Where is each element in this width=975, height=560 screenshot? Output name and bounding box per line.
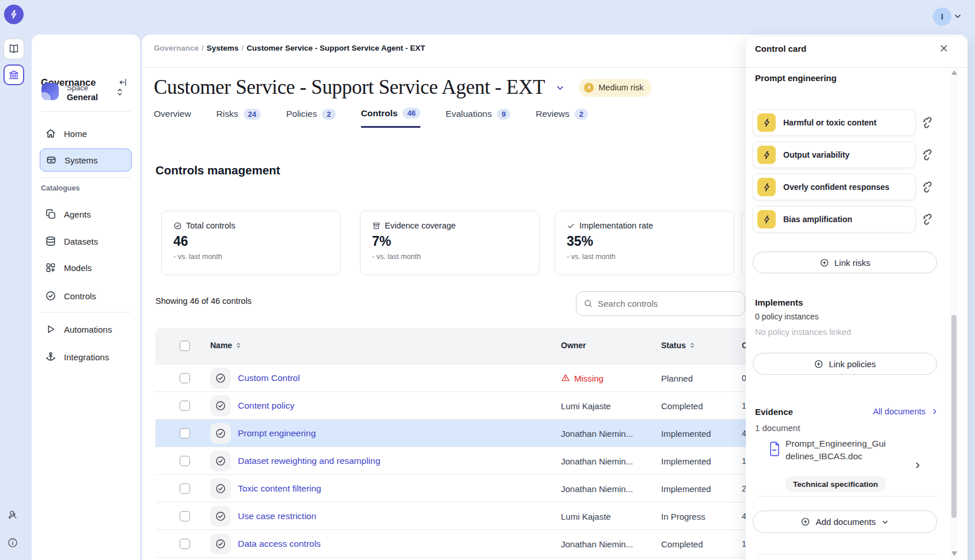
control-name-link[interactable]: Content policy (238, 401, 294, 411)
tab-overview[interactable]: Overview (154, 108, 191, 128)
tab-bar: Overview Risks24 Policies2 Controls46 Ev… (154, 108, 588, 128)
link-policies-button[interactable]: Link policies (753, 353, 937, 375)
owner-cell: Lumi Kajaste (561, 511, 611, 521)
space-switcher-icon[interactable] (115, 87, 124, 97)
governance-rail-button[interactable] (3, 64, 24, 85)
tab-controls[interactable]: Controls46 (361, 108, 420, 128)
collapse-sidebar-icon[interactable] (118, 77, 128, 87)
control-name-link[interactable]: Custom Control (238, 373, 300, 383)
divider (41, 177, 131, 178)
risk-bolt-icon (757, 113, 776, 132)
sidebar-item-automations[interactable]: Automations (40, 318, 132, 341)
implements-heading: Implements (755, 298, 803, 307)
owner-cell: Jonathan Niemin... (561, 483, 633, 493)
divider (746, 67, 968, 68)
unlink-icon[interactable] (921, 181, 934, 193)
select-all-checkbox[interactable] (180, 341, 190, 351)
column-header-name[interactable]: Name (210, 341, 242, 350)
account-menu-chevron-icon[interactable] (953, 12, 962, 21)
sidebar-item-agents[interactable]: Agents (40, 203, 132, 226)
page-title: Customer Service - Support Service Agent… (154, 76, 545, 99)
owner-missing: Missing (561, 373, 604, 383)
stat-sub: - vs. last month (567, 253, 722, 261)
control-name-link[interactable]: Prompt engineering (238, 428, 316, 439)
sidebar-item-label: Integrations (64, 352, 109, 362)
panel-scrollbar-thumb[interactable] (951, 315, 957, 518)
divider (41, 111, 131, 112)
systems-icon (45, 154, 57, 166)
stat-label: Implementation rate (579, 221, 653, 230)
column-header-status[interactable]: Status (661, 341, 696, 350)
search-controls-box[interactable] (576, 291, 745, 316)
sidebar-item-systems[interactable]: Systems (40, 148, 132, 172)
scroll-down-icon[interactable] (951, 551, 957, 556)
risk-chip[interactable]: Output variability (753, 142, 916, 168)
control-name-link[interactable]: Data access controls (238, 539, 321, 549)
space-label: Space (67, 83, 88, 92)
row-checkbox[interactable] (180, 428, 190, 439)
risk-bolt-icon (584, 83, 594, 93)
bank-icon (8, 69, 20, 81)
status-cell: Implemented (661, 483, 711, 493)
controls-icon (45, 290, 56, 302)
risk-badge[interactable]: Medium risk (579, 79, 651, 97)
column-header-owner[interactable]: Owner (561, 341, 586, 350)
control-type-icon (210, 423, 231, 444)
space-avatar (41, 83, 59, 100)
breadcrumb-root[interactable]: Governance (154, 44, 199, 52)
row-checkbox[interactable] (180, 539, 190, 549)
stat-card-evidence-coverage: Evidence coverage 7% - vs. last month (360, 211, 540, 275)
sidebar-item-label: Home (64, 129, 87, 139)
row-checkbox[interactable] (180, 373, 190, 383)
close-icon[interactable] (939, 43, 949, 54)
add-documents-button[interactable]: Add documents (753, 511, 937, 533)
warning-icon (561, 374, 570, 383)
avatar[interactable]: I (933, 7, 951, 26)
scroll-up-icon[interactable] (951, 70, 957, 75)
tab-risks[interactable]: Risks24 (217, 108, 261, 128)
risk-chip[interactable]: Bias amplification (753, 206, 916, 233)
link-risks-button[interactable]: Link risks (753, 252, 937, 273)
all-documents-link[interactable]: All documents (873, 407, 939, 416)
row-checkbox[interactable] (180, 483, 190, 494)
sidebar-item-datasets[interactable]: Datasets (40, 230, 132, 253)
row-checkbox[interactable] (180, 456, 190, 466)
section-heading: Controls management (155, 163, 280, 177)
tools-icon[interactable] (7, 509, 18, 520)
tab-reviews[interactable]: Reviews2 (536, 108, 588, 128)
unlink-icon[interactable] (921, 213, 934, 226)
unlink-icon[interactable] (921, 116, 934, 129)
risk-chip[interactable]: Overly confident responses (753, 174, 916, 200)
search-input[interactable] (598, 299, 738, 308)
sidebar-item-controls[interactable]: Controls (40, 284, 132, 307)
title-chevron-down-icon[interactable] (555, 83, 565, 93)
info-icon[interactable] (7, 537, 18, 548)
document-chevron-right-icon[interactable] (913, 461, 922, 470)
docs-rail-button[interactable] (3, 39, 24, 59)
home-icon (45, 128, 56, 139)
row-checkbox[interactable] (180, 511, 190, 521)
tab-evaluations[interactable]: Evaluations9 (446, 108, 510, 128)
sidebar-item-home[interactable]: Home (40, 122, 132, 145)
risk-chip[interactable]: Harmful or toxic content (753, 109, 916, 136)
control-name-link[interactable]: Use case restriction (238, 511, 316, 521)
owner-cell: Jonathan Niemin... (561, 428, 633, 438)
status-cell: Implemented (661, 428, 711, 438)
sidebar-item-models[interactable]: Models (40, 256, 132, 279)
breadcrumb-section[interactable]: Systems (207, 44, 239, 52)
control-name-link[interactable]: Dataset reweighting and resampling (238, 456, 380, 466)
catalogues-section-label: Catalogues (41, 184, 79, 192)
agents-icon (45, 208, 56, 220)
unlink-icon[interactable] (921, 148, 934, 161)
sidebar-item-integrations[interactable]: Integrations (40, 345, 132, 368)
chevron-right-icon (931, 407, 939, 416)
row-checkbox[interactable] (180, 401, 190, 411)
sidebar-item-label: Controls (64, 291, 96, 301)
control-name-link[interactable]: Toxic content filtering (238, 483, 321, 494)
stat-value: 35% (567, 234, 722, 249)
app-logo[interactable] (4, 5, 24, 24)
document-name[interactable]: Prompt_Engineering_Guidelines_IBCAS.doc (786, 437, 909, 463)
search-icon (583, 299, 593, 308)
stat-label: Evidence coverage (385, 221, 456, 230)
tab-policies[interactable]: Policies2 (286, 108, 336, 128)
